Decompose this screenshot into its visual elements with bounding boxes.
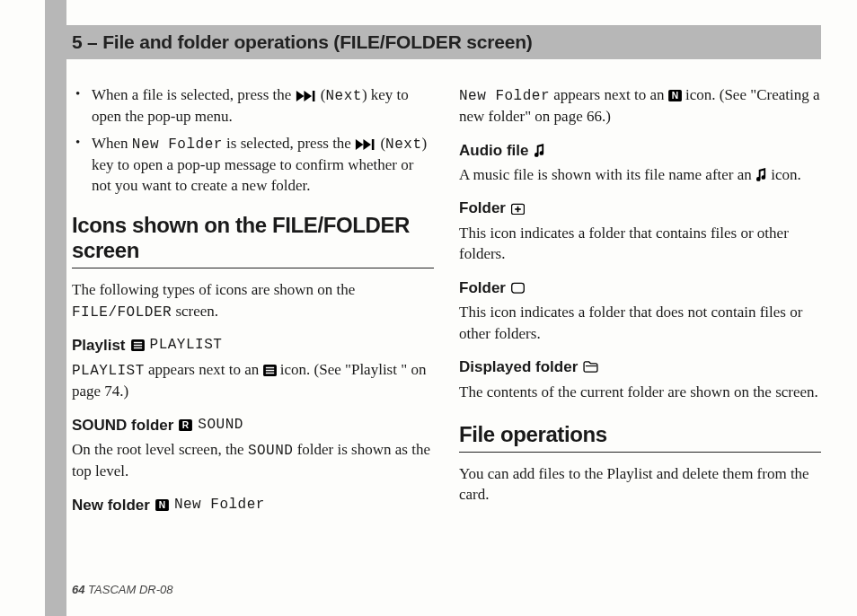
new-folder-label: New Folder — [132, 136, 223, 153]
list-icon — [263, 365, 277, 376]
folder-empty-icon — [511, 282, 525, 294]
paragraph: You can add files to the Playlist and de… — [459, 463, 821, 506]
subhead-folder-plus: Folder — [459, 198, 821, 218]
folder-open-icon — [583, 361, 598, 373]
subhead-audio: Audio file — [459, 140, 821, 161]
new-folder-mono: New Folder — [174, 495, 265, 515]
next-label: Next — [326, 88, 362, 104]
label: New folder — [72, 495, 150, 515]
text: On the root level screen, the — [72, 441, 248, 458]
n-icon — [155, 499, 169, 511]
label: Folder — [459, 198, 506, 218]
column-left: When a file is selected, press the (Next… — [72, 84, 434, 587]
n-icon — [668, 90, 682, 101]
column-right: New Folder appears next to an icon. (See… — [459, 84, 821, 587]
paragraph: A music file is shown with its file name… — [459, 164, 821, 185]
paragraph: New Folder appears next to an icon. (See… — [459, 84, 821, 128]
chapter-title: 5 – File and folder operations (FILE/FOL… — [72, 31, 533, 53]
label: Folder — [459, 277, 506, 298]
paragraph: On the root level screen, the SOUND fold… — [72, 439, 434, 482]
text: is selected, press the — [223, 135, 355, 152]
next-icon — [355, 139, 376, 150]
page-footer: 64 TASCAM DR-08 — [72, 583, 172, 596]
subhead-playlist: Playlist PLAYLIST — [72, 335, 434, 356]
music-note-icon — [755, 168, 767, 181]
paragraph: This icon indicates a folder that contai… — [459, 223, 821, 265]
label: Audio file — [459, 140, 528, 161]
playlist-mono: PLAYLIST — [150, 335, 223, 355]
text: icon. — [767, 166, 801, 183]
label: SOUND folder — [72, 415, 173, 436]
list-icon — [131, 339, 145, 351]
text: screen. — [172, 303, 218, 320]
paragraph: This icon indicates a folder that does n… — [459, 302, 821, 344]
new-folder-mono: New Folder — [459, 88, 550, 104]
next-icon — [296, 91, 317, 101]
list-item: When New Folder is selected, press the (… — [72, 133, 434, 197]
music-note-icon — [534, 144, 545, 157]
section-heading-ops: File operations — [459, 422, 821, 453]
bullet-list: When a file is selected, press the (Next… — [72, 84, 434, 197]
paragraph: The following types of icons are shown o… — [72, 279, 434, 322]
label: Displayed folder — [459, 356, 578, 377]
paragraph: PLAYLIST appears next to an icon. (See "… — [72, 359, 434, 402]
chapter-header: 5 – File and folder operations (FILE/FOL… — [66, 25, 821, 59]
folder-plus-icon — [511, 203, 525, 215]
subhead-new-folder: New folder New Folder — [72, 495, 434, 515]
sound-mono: SOUND — [248, 443, 294, 459]
side-tab — [45, 0, 66, 616]
content: When a file is selected, press the (Next… — [72, 84, 821, 587]
sound-mono: SOUND — [198, 415, 243, 435]
label: Playlist — [72, 335, 126, 356]
section-heading-icons: Icons shown on the FILE/FOLDER screen — [72, 213, 434, 269]
playlist-mono: PLAYLIST — [72, 363, 145, 379]
file-folder-label: FILE/FOLDER — [72, 304, 172, 321]
text: The following types of icons are shown o… — [72, 281, 355, 298]
manual-page: 5 – File and folder operations (FILE/FOL… — [0, 0, 857, 616]
text: appears next to an — [550, 86, 668, 103]
page-number: 64 — [72, 583, 84, 596]
subhead-folder-empty: Folder — [459, 277, 821, 298]
text: When — [92, 135, 132, 152]
subhead-displayed-folder: Displayed folder — [459, 356, 821, 377]
paragraph: The contents of the current folder are s… — [459, 382, 821, 402]
text: When a file is selected, press the — [92, 86, 296, 103]
r-icon — [179, 419, 192, 431]
text: appears next to an — [145, 361, 263, 378]
subhead-sound: SOUND folder SOUND — [72, 415, 434, 436]
product-name: TASCAM DR-08 — [84, 583, 172, 596]
list-item: When a file is selected, press the (Next… — [72, 84, 434, 128]
text: A music file is shown with its file name… — [459, 166, 755, 183]
next-label: Next — [385, 136, 421, 153]
